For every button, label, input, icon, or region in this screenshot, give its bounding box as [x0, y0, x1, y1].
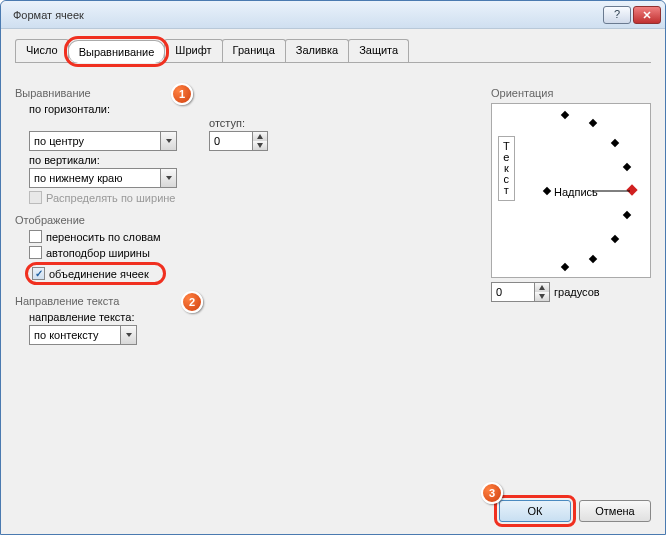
direction-label: направление текста:: [29, 311, 473, 323]
direction-value[interactable]: [30, 326, 120, 344]
orientation-section-label: Ориентация: [491, 87, 651, 99]
svg-text:?: ?: [614, 10, 620, 20]
tab-fill[interactable]: Заливка: [285, 39, 349, 62]
help-button[interactable]: ?: [603, 6, 631, 24]
textdir-section-label: Направление текста: [15, 295, 473, 307]
close-button[interactable]: [633, 6, 661, 24]
tab-alignment[interactable]: Выравнивание: [68, 40, 166, 63]
horizontal-label: по горизонтали:: [29, 103, 473, 115]
degree-row: градусов: [491, 282, 651, 302]
callout-1: 1: [171, 83, 193, 105]
direction-row: направление текста:: [29, 311, 473, 345]
orientation-arc[interactable]: Надпись: [534, 110, 644, 272]
shrink-row: автоподбор ширины: [29, 246, 473, 259]
tab-protection[interactable]: Защита: [348, 39, 409, 62]
callout-3: 3: [481, 482, 503, 504]
wrap-row: переносить по словам: [29, 230, 473, 243]
wrap-checkbox[interactable]: [29, 230, 42, 243]
dialog-body: Число Выравнивание Шрифт Граница Заливка…: [1, 29, 665, 358]
shrink-label: автоподбор ширины: [46, 247, 150, 259]
degrees-spinner[interactable]: [491, 282, 550, 302]
degrees-up[interactable]: [535, 283, 549, 292]
wrap-label: переносить по словам: [46, 231, 161, 243]
chevron-down-icon[interactable]: [160, 169, 176, 187]
tab-border[interactable]: Граница: [222, 39, 286, 62]
merge-label: объединение ячеек: [49, 268, 149, 280]
display-section-label: Отображение: [15, 214, 473, 226]
alignment-section-label: Выравнивание: [15, 87, 473, 99]
degrees-spin-buttons: [534, 283, 549, 301]
indent-value[interactable]: [210, 132, 252, 150]
horizontal-row: по горизонтали: отступ:: [29, 103, 473, 151]
indent-down[interactable]: [253, 141, 267, 150]
indent-spinner[interactable]: [209, 131, 268, 151]
indent-up[interactable]: [253, 132, 267, 141]
vertical-text-box[interactable]: Т е к с т: [498, 136, 515, 201]
merge-checkbox[interactable]: [32, 267, 45, 280]
dialog-footer: ОК Отмена: [499, 500, 651, 522]
dialog-title: Формат ячеек: [13, 9, 84, 21]
titlebar: Формат ячеек ?: [1, 1, 665, 29]
chevron-down-icon[interactable]: [120, 326, 136, 344]
callout-2: 2: [181, 291, 203, 313]
tab-strip: Число Выравнивание Шрифт Граница Заливка…: [15, 39, 651, 63]
degrees-down[interactable]: [535, 292, 549, 301]
tab-number[interactable]: Число: [15, 39, 69, 62]
indent-label: отступ:: [209, 117, 268, 129]
vertical-row: по вертикали:: [29, 154, 473, 188]
direction-combo[interactable]: [29, 325, 137, 345]
distribute-checkbox: [29, 191, 42, 204]
window-buttons: ?: [603, 6, 661, 24]
vertical-value[interactable]: [30, 169, 160, 187]
merge-highlight: объединение ячеек: [25, 262, 166, 285]
vertical-combo[interactable]: [29, 168, 177, 188]
distribute-row: Распределять по ширине: [29, 191, 473, 204]
left-column: Выравнивание по горизонтали: отступ:: [15, 83, 473, 348]
content-pane: Выравнивание по горизонтали: отступ:: [15, 83, 651, 348]
chevron-down-icon[interactable]: [160, 132, 176, 150]
degrees-label: градусов: [554, 286, 600, 298]
horizontal-value[interactable]: [30, 132, 160, 150]
indent-block: отступ:: [209, 117, 268, 151]
vertical-label: по вертикали:: [29, 154, 473, 166]
indent-spin-buttons: [252, 132, 267, 150]
right-column: Ориентация Т е к с т: [491, 83, 651, 348]
degrees-value[interactable]: [492, 283, 534, 301]
cancel-button[interactable]: Отмена: [579, 500, 651, 522]
distribute-label: Распределять по ширине: [46, 192, 175, 204]
orientation-selector[interactable]: Т е к с т: [491, 103, 651, 278]
horizontal-combo[interactable]: [29, 131, 177, 151]
shrink-checkbox[interactable]: [29, 246, 42, 259]
ok-button[interactable]: ОК: [499, 500, 571, 522]
tab-font[interactable]: Шрифт: [164, 39, 222, 62]
format-cells-dialog: Формат ячеек ? Число Выравнивание Шрифт …: [0, 0, 666, 535]
